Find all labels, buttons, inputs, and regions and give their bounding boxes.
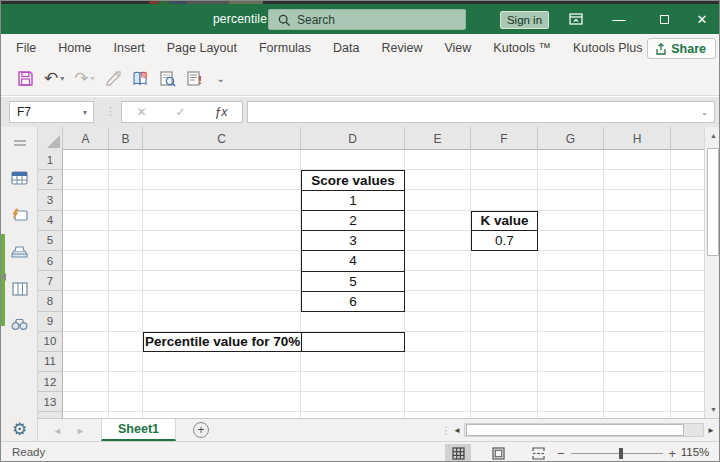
cell-d10-result[interactable] — [302, 333, 404, 351]
ribbon-tab-page-layout[interactable]: Page Layout — [156, 34, 248, 62]
row-header-8[interactable]: 8 — [38, 291, 63, 311]
cell-f5-k-value[interactable]: 0.7 — [472, 230, 537, 250]
cancel-icon[interactable]: ✕ — [136, 105, 146, 119]
cell-d2-score-header[interactable]: Score values — [302, 171, 404, 190]
search-box[interactable]: Search — [268, 9, 466, 30]
row-header-13[interactable]: 13 — [38, 392, 63, 412]
formula-bar-grabber[interactable]: ⋮ — [105, 105, 116, 118]
zoom-out-button[interactable]: − — [551, 446, 571, 461]
pane-printer-button[interactable] — [1, 245, 38, 259]
ribbon-tab-kutools-plus[interactable]: Kutools Plus — [562, 34, 653, 62]
ribbon-tab-kutools[interactable]: Kutools ™ — [482, 34, 562, 62]
column-header-e[interactable]: E — [405, 127, 471, 150]
page-layout-view-button[interactable] — [485, 444, 511, 462]
column-header-g[interactable]: G — [538, 127, 604, 150]
pane-menu-button[interactable] — [1, 139, 38, 147]
horizontal-scrollbar[interactable]: ◄ ► — [450, 421, 718, 439]
ribbon-tab-data[interactable]: Data — [322, 34, 370, 62]
column-header-h[interactable]: H — [604, 127, 671, 150]
prev-sheet-icon[interactable]: ◄ — [53, 426, 62, 436]
column-header-c[interactable]: C — [143, 127, 301, 150]
redo-button[interactable]: ↷▾ — [70, 66, 98, 92]
maximize-button[interactable] — [647, 4, 681, 34]
add-sheet-button[interactable]: + — [193, 422, 209, 438]
ribbon-tab-home[interactable]: Home — [47, 34, 102, 62]
page-break-preview-button[interactable] — [525, 444, 551, 462]
percentile-row[interactable]: Percentile value for 70% — [143, 332, 405, 352]
zoom-level[interactable]: 115% — [673, 446, 717, 458]
pane-workbook-button[interactable] — [1, 171, 38, 185]
scroll-left-icon[interactable]: ◄ — [450, 426, 464, 435]
column-header-d[interactable]: D — [301, 127, 405, 150]
redo-dropdown-arrow[interactable]: ▾ — [91, 74, 95, 83]
horizontal-scroll-thumb[interactable] — [466, 424, 684, 436]
pane-find-button[interactable] — [1, 318, 38, 331]
cell-d8[interactable]: 6 — [302, 291, 404, 311]
row-header-12[interactable]: 12 — [38, 372, 63, 392]
row-header-6[interactable]: 6 — [38, 251, 63, 271]
score-values-table[interactable]: Score values 1 2 3 4 5 6 — [301, 170, 405, 311]
ribbon-tab-review[interactable]: Review — [370, 34, 433, 62]
cell-c10-percentile-label[interactable]: Percentile value for 70% — [144, 333, 302, 351]
row-header-7[interactable]: 7 — [38, 271, 63, 291]
horizontal-scroll-track[interactable] — [464, 423, 704, 437]
normal-view-button[interactable] — [445, 444, 471, 462]
close-button[interactable]: ✕ — [685, 4, 719, 34]
ribbon-tab-insert[interactable]: Insert — [103, 34, 156, 62]
row-header-3[interactable]: 3 — [38, 190, 63, 210]
save-button[interactable] — [13, 66, 38, 92]
row-header-9[interactable]: 9 — [38, 312, 63, 332]
document-alert-button[interactable]: ! — [182, 66, 207, 92]
row-header-10[interactable]: 10 — [38, 332, 63, 352]
sign-in-button[interactable]: Sign in — [500, 11, 549, 29]
undo-button[interactable]: ↶▾ — [40, 66, 68, 92]
row-header-1[interactable]: 1 — [38, 150, 63, 170]
zoom-slider-track[interactable] — [571, 453, 663, 454]
cell-d5[interactable]: 3 — [302, 230, 404, 250]
tab-sheet1[interactable]: Sheet1 — [101, 419, 176, 441]
k-value-table[interactable]: K value 0.7 — [471, 211, 538, 251]
formula-input[interactable]: ⌄ — [247, 101, 715, 123]
column-header-f[interactable]: F — [471, 127, 538, 150]
expand-formula-bar-icon[interactable]: ⌄ — [701, 108, 708, 117]
cell-d7[interactable]: 5 — [302, 271, 404, 291]
book-info-button[interactable]: @ — [128, 66, 153, 92]
vertical-scroll-thumb[interactable] — [707, 148, 719, 256]
name-box-dropdown-icon[interactable]: ▾ — [83, 108, 87, 117]
name-box[interactable]: F7 ▾ — [9, 101, 94, 123]
enter-icon[interactable]: ✓ — [175, 105, 185, 119]
ribbon-tab-formulas[interactable]: Formulas — [248, 34, 322, 62]
pane-flash-button[interactable] — [1, 208, 38, 222]
pane-columns-button[interactable] — [1, 282, 38, 296]
vertical-scrollbar[interactable]: ▲ ▼ — [704, 127, 720, 418]
ribbon-display-options-button[interactable] — [559, 4, 593, 34]
ribbon-tab-file[interactable]: File — [5, 34, 47, 62]
undo-dropdown-arrow[interactable]: ▾ — [60, 74, 64, 83]
cell-d6[interactable]: 4 — [302, 250, 404, 270]
share-button[interactable]: Share — [647, 38, 716, 59]
column-header-a[interactable]: A — [63, 127, 109, 150]
customize-quick-access-button[interactable]: ⌄ — [213, 66, 229, 92]
page-break-preview-icon — [532, 447, 545, 460]
cell-d4[interactable]: 2 — [302, 210, 404, 230]
row-header-2[interactable]: 2 — [38, 170, 63, 190]
zoom-slider-thumb[interactable] — [619, 448, 623, 459]
minimize-button[interactable]: — — [602, 4, 636, 34]
row-header-4[interactable]: 4 — [38, 211, 63, 231]
cell-d3[interactable]: 1 — [302, 190, 404, 210]
pane-settings-button[interactable]: ⚙ — [1, 419, 38, 440]
scroll-up-icon[interactable]: ▲ — [705, 127, 720, 144]
row-header-5[interactable]: 5 — [38, 231, 63, 251]
pane-collapse-arrow[interactable] — [1, 273, 6, 281]
insert-function-icon[interactable]: ƒx — [214, 105, 227, 119]
select-all-button[interactable] — [38, 127, 63, 150]
cell-f4-k-header[interactable]: K value — [472, 212, 537, 231]
next-sheet-icon[interactable]: ► — [76, 426, 85, 436]
scroll-down-icon[interactable]: ▼ — [705, 401, 720, 418]
print-preview-button[interactable] — [155, 66, 180, 92]
draw-tool-button[interactable] — [101, 66, 126, 92]
row-header-11[interactable]: 11 — [38, 352, 63, 372]
scroll-right-icon[interactable]: ► — [704, 426, 718, 435]
ribbon-tab-view[interactable]: View — [433, 34, 482, 62]
column-header-b[interactable]: B — [109, 127, 143, 150]
